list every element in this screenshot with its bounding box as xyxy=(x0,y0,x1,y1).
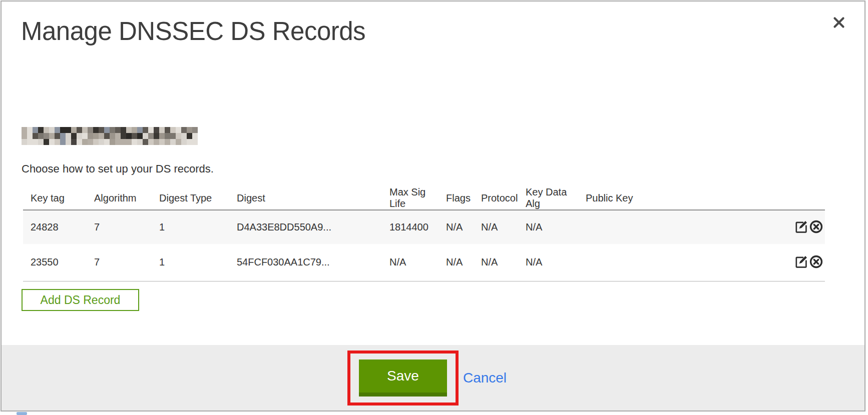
dnssec-modal: Manage DNSSEC DS Records Choose how to s… xyxy=(1,0,865,412)
table-row: 24828 7 1 D4A33E8DD550A9... 1814400 N/A … xyxy=(23,210,825,244)
delete-record-button[interactable] xyxy=(809,254,823,270)
redaction-pixel xyxy=(82,127,88,133)
redaction-pixel xyxy=(49,139,55,145)
col-header-algorithm: Algorithm xyxy=(87,186,152,210)
redaction-pixel xyxy=(77,133,82,139)
redaction-pixel xyxy=(22,133,27,139)
delete-circle-x-icon xyxy=(809,228,823,236)
cell-digest: 54FCF030AA1C79... xyxy=(229,244,382,281)
redaction-pixel xyxy=(99,127,104,133)
redaction-pixel xyxy=(60,133,66,139)
redaction-pixel xyxy=(66,133,71,139)
redaction-pixel xyxy=(165,127,170,133)
edit-record-button[interactable] xyxy=(794,220,808,236)
redaction-pixel xyxy=(71,133,77,139)
redaction-pixel xyxy=(110,139,115,145)
redaction-pixel xyxy=(60,127,66,133)
redaction-pixel xyxy=(181,127,187,133)
close-button[interactable] xyxy=(828,12,850,34)
redaction-pixel xyxy=(27,139,33,145)
redaction-pixel xyxy=(71,127,77,133)
redaction-pixel xyxy=(44,133,49,139)
col-header-actions xyxy=(785,186,825,210)
redaction-pixel xyxy=(137,133,143,139)
close-icon xyxy=(831,15,847,30)
redaction-pixel xyxy=(71,139,77,145)
col-header-max-sig-life: Max Sig Life xyxy=(382,186,439,210)
redaction-pixel xyxy=(132,127,137,133)
table-row: 23550 7 1 54FCF030AA1C79... N/A N/A N/A … xyxy=(23,244,825,281)
col-header-key-tag: Key tag xyxy=(23,186,87,210)
redaction-pixel xyxy=(33,127,38,133)
edit-record-button[interactable] xyxy=(794,254,808,270)
redaction-pixel xyxy=(104,127,110,133)
cell-key-data-alg: N/A xyxy=(518,210,578,244)
delete-circle-x-icon xyxy=(809,263,823,270)
redaction-pixel xyxy=(115,139,121,145)
cell-protocol: N/A xyxy=(474,244,518,281)
delete-record-button[interactable] xyxy=(809,220,823,236)
redaction-pixel xyxy=(121,127,126,133)
cancel-link[interactable]: Cancel xyxy=(463,370,507,386)
redaction-pixel xyxy=(132,133,137,139)
col-header-digest: Digest xyxy=(229,186,382,210)
add-ds-record-button[interactable]: Add DS Record xyxy=(22,289,139,311)
col-header-digest-type: Digest Type xyxy=(152,186,229,210)
screenshot-canvas: Manage DNSSEC DS Records Choose how to s… xyxy=(0,0,868,415)
redaction-pixel xyxy=(154,139,159,145)
redaction-pixel xyxy=(88,139,93,145)
redaction-pixel xyxy=(22,127,27,133)
redaction-pixel xyxy=(165,133,170,139)
edit-pencil-square-icon xyxy=(794,263,808,270)
ds-records-table: Key tag Algorithm Digest Type Digest Max… xyxy=(23,186,825,282)
redaction-pixel xyxy=(187,139,192,145)
redaction-pixel xyxy=(176,133,181,139)
redaction-pixel xyxy=(115,127,121,133)
redaction-pixel xyxy=(33,139,38,145)
redaction-pixel xyxy=(159,139,165,145)
cell-actions xyxy=(785,210,825,244)
col-header-key-data-alg: Key Data Alg xyxy=(518,186,578,210)
background-page-fragment xyxy=(17,412,27,415)
redaction-pixel xyxy=(38,133,44,139)
cell-public-key xyxy=(578,244,785,281)
redaction-pixel xyxy=(143,133,148,139)
cell-protocol: N/A xyxy=(474,210,518,244)
redaction-pixel xyxy=(60,139,66,145)
save-button[interactable]: Save xyxy=(359,360,447,396)
redaction-pixel xyxy=(104,133,110,139)
redaction-pixel xyxy=(132,139,137,145)
redaction-pixel xyxy=(170,127,176,133)
redaction-pixel xyxy=(82,139,88,145)
redaction-pixel xyxy=(159,133,165,139)
redaction-pixel xyxy=(121,133,126,139)
redaction-pixel xyxy=(49,127,55,133)
redaction-pixel xyxy=(176,127,181,133)
redaction-pixel xyxy=(148,133,154,139)
redaction-pixel xyxy=(66,139,71,145)
redacted-domain-name xyxy=(22,127,198,145)
redaction-pixel xyxy=(170,133,176,139)
cell-key-data-alg: N/A xyxy=(518,244,578,281)
redaction-pixel xyxy=(126,139,132,145)
redaction-pixel xyxy=(99,133,104,139)
redaction-pixel xyxy=(192,127,198,133)
redaction-pixel xyxy=(33,133,38,139)
redaction-pixel xyxy=(55,139,60,145)
cell-algorithm: 7 xyxy=(87,210,152,244)
cell-digest: D4A33E8DD550A9... xyxy=(229,210,382,244)
redaction-pixel xyxy=(110,127,115,133)
redaction-pixel xyxy=(126,127,132,133)
redaction-pixel xyxy=(192,133,198,139)
table-header-row: Key tag Algorithm Digest Type Digest Max… xyxy=(23,186,825,210)
redaction-pixel xyxy=(22,139,27,145)
cell-algorithm: 7 xyxy=(87,244,152,281)
redaction-pixel xyxy=(27,133,33,139)
col-header-public-key: Public Key xyxy=(578,186,785,210)
cell-flags: N/A xyxy=(439,244,474,281)
edit-pencil-square-icon xyxy=(794,228,808,236)
redaction-pixel xyxy=(93,127,99,133)
cell-key-tag: 24828 xyxy=(23,210,87,244)
col-header-protocol: Protocol xyxy=(474,186,518,210)
redaction-pixel xyxy=(88,127,93,133)
